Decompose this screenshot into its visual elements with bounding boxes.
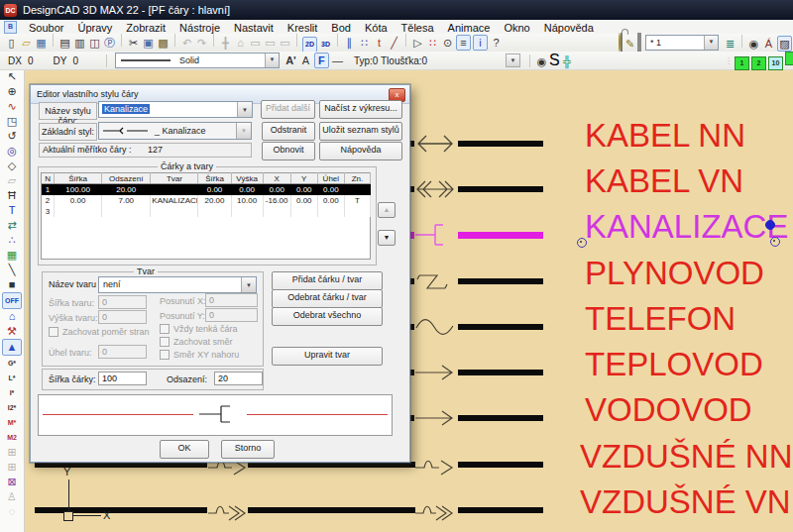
snap-m2-icon[interactable]: M2 bbox=[3, 430, 21, 445]
gravity-points-icon[interactable]: ∷ bbox=[426, 36, 439, 50]
new-file-icon[interactable]: ▯ bbox=[5, 36, 18, 50]
thin-line-checkbox[interactable]: Vždy tenká čára bbox=[160, 324, 238, 334]
chevron-down-icon[interactable]: ▼ bbox=[704, 36, 718, 50]
snap-l-icon[interactable]: L* bbox=[3, 371, 21, 385]
help-button[interactable]: Nápověda bbox=[319, 142, 402, 160]
pencil-icon[interactable]: ✎ bbox=[623, 37, 636, 51]
canvas-label[interactable]: PLYNOVOD bbox=[585, 255, 764, 292]
tangent-icon[interactable]: t bbox=[373, 36, 386, 50]
menu-napoveda[interactable]: Nápověda bbox=[537, 21, 601, 35]
redo-icon[interactable]: ↷ bbox=[195, 36, 208, 50]
offset-field[interactable]: 20 bbox=[214, 372, 263, 385]
window-icon-3[interactable]: ▭ bbox=[279, 36, 291, 50]
paste-special-icon[interactable]: ▨ bbox=[777, 36, 792, 52]
layer-button-edge[interactable] bbox=[785, 52, 793, 65]
dimension-icon[interactable]: Ħ bbox=[3, 188, 21, 203]
scroll-down-button[interactable]: ▼ bbox=[378, 230, 396, 246]
offset-x-field[interactable]: 0 bbox=[205, 293, 258, 307]
dash-width-field[interactable]: 100 bbox=[98, 372, 147, 385]
font-decrease-button[interactable]: A bbox=[299, 53, 312, 67]
curve-icon[interactable]: ∿ bbox=[3, 99, 21, 114]
restore-button[interactable]: Obnovit bbox=[262, 142, 315, 160]
cut-icon[interactable]: ✂ bbox=[127, 36, 140, 50]
box-3d-icon[interactable]: ◳ bbox=[3, 114, 21, 129]
font-increase-button[interactable]: A' bbox=[284, 53, 297, 67]
mode-3d-button[interactable]: 3D bbox=[319, 38, 332, 52]
snap-triangle-icon[interactable]: ▲ bbox=[2, 339, 22, 356]
add-next-button[interactable]: Přidat další bbox=[261, 100, 315, 119]
ortho-points-icon[interactable]: ∷ bbox=[358, 36, 371, 50]
save-style-list-button[interactable]: Uložit seznam stylů bbox=[319, 122, 402, 141]
canvas-label[interactable]: KABEL NN bbox=[585, 117, 745, 155]
canvas-label[interactable]: KABEL VN bbox=[585, 162, 743, 200]
text-tool-icon[interactable]: T bbox=[3, 203, 21, 218]
remove-button[interactable]: Odstranit bbox=[262, 122, 315, 141]
scroll-up-button[interactable]: ▲ bbox=[378, 202, 396, 218]
dashed-circle-icon[interactable]: ◌ bbox=[3, 504, 21, 519]
snap-i2-icon[interactable]: I2* bbox=[3, 400, 21, 415]
grid-icon-2[interactable]: ⊞ bbox=[3, 460, 21, 475]
grid-icon-1[interactable]: ⊞ bbox=[3, 445, 21, 460]
snap-m-icon[interactable]: M* bbox=[3, 415, 21, 430]
zoom-level-combo[interactable]: * 1 ▼ bbox=[645, 35, 719, 51]
rotate-icon[interactable]: ↺ bbox=[3, 129, 21, 144]
canvas-label[interactable]: VODOVOD bbox=[585, 391, 752, 429]
select-arrow-icon[interactable]: ↖ bbox=[3, 69, 21, 84]
print-icon[interactable]: ▤ bbox=[58, 36, 71, 50]
remove-dash-shape-button[interactable]: Odebrat čárku / tvar bbox=[272, 289, 383, 308]
keep-direction-checkbox[interactable]: Zachovat směr bbox=[160, 337, 233, 347]
double-arrow-icon[interactable]: ⇄ bbox=[3, 218, 21, 233]
circle-icon[interactable]: ◎ bbox=[3, 144, 21, 159]
font-button[interactable]: F bbox=[314, 53, 329, 68]
snap-g-icon[interactable]: G* bbox=[3, 356, 21, 371]
layers-icon[interactable]: ≣ bbox=[724, 37, 736, 51]
mdi-child-icon[interactable]: B bbox=[4, 21, 17, 34]
pan-hand-icon[interactable]: ╬ bbox=[561, 54, 574, 68]
line-style-combo[interactable]: Solid ▼ bbox=[115, 53, 280, 68]
zoom-icon[interactable]: ⊕ bbox=[3, 84, 21, 99]
grid-special-icon[interactable]: ⊠ bbox=[3, 475, 21, 489]
selection-handle[interactable] bbox=[577, 238, 587, 248]
figure-icon[interactable]: ♙ bbox=[3, 489, 21, 504]
shape-width-field[interactable]: 0 bbox=[98, 295, 147, 309]
move-icon[interactable]: ╋ bbox=[219, 36, 232, 50]
canvas-label[interactable]: TEPLOVOD bbox=[585, 346, 763, 383]
selection-handle[interactable] bbox=[765, 220, 775, 230]
snap-hammer-icon[interactable]: ⚒ bbox=[3, 324, 21, 339]
type-thickness-combo[interactable]: Typ:0 Tloušťka:0 ▼ bbox=[349, 53, 521, 68]
snap-i-icon[interactable]: I* bbox=[3, 385, 21, 400]
polygon-icon[interactable]: ◇ bbox=[3, 159, 21, 173]
canvas-label[interactable]: TELEFON bbox=[585, 300, 736, 338]
remove-all-button[interactable]: Odebrat všechno bbox=[272, 307, 383, 326]
cancel-button[interactable]: Storno bbox=[221, 440, 275, 459]
canvas-label[interactable]: VZDUŠNÉ VN bbox=[580, 483, 791, 521]
selection-filter-icon[interactable]: ≡ bbox=[456, 35, 471, 51]
print-setup-icon[interactable]: ▥ bbox=[73, 36, 86, 50]
window-icon-2[interactable]: ▭ bbox=[264, 36, 277, 50]
spline-s-icon[interactable]: S bbox=[549, 52, 560, 68]
style-name-combo[interactable]: Kanalizace ▼ bbox=[98, 101, 253, 118]
ok-button[interactable]: OK bbox=[160, 440, 209, 459]
shape-name-combo[interactable]: není ▼ bbox=[98, 276, 257, 293]
erase-icon[interactable]: ▱ bbox=[3, 173, 21, 188]
table-row[interactable]: 20.00 7.00KANALIZACE 20.0010.00 -16.000.… bbox=[42, 195, 371, 206]
chevron-down-icon[interactable]: ▼ bbox=[506, 53, 520, 67]
point-select-icon[interactable]: ⊙ bbox=[441, 36, 454, 50]
table-row[interactable]: 3 bbox=[42, 206, 371, 217]
shape-angle-field[interactable]: 0 bbox=[98, 345, 147, 359]
direction-xy-checkbox[interactable]: Směr XY nahoru bbox=[160, 350, 239, 360]
keep-ratio-checkbox[interactable]: Zachovat poměr stran bbox=[49, 327, 150, 337]
text-style-icon[interactable]: Á bbox=[762, 37, 775, 51]
dash-table[interactable]: NŠířka OdsazeníTvar ŠířkaVýška XY ÚhelZn… bbox=[41, 172, 371, 260]
shape-height-field[interactable]: 0 bbox=[98, 310, 147, 324]
offset-y-field[interactable]: 0 bbox=[205, 308, 258, 322]
page-options-icon[interactable]: Ⓟ bbox=[103, 36, 116, 50]
canvas-label[interactable]: VZDUŠNÉ NN bbox=[580, 438, 793, 476]
add-dash-shape-button[interactable]: Přidat čárku / tvar bbox=[272, 271, 383, 290]
save-icon[interactable]: ▦ bbox=[35, 36, 48, 50]
canvas-label-selected[interactable]: KANALIZACE bbox=[585, 208, 788, 246]
layer-button-2[interactable]: 2 bbox=[751, 56, 766, 70]
table-row[interactable]: 1100.00 20.00 0.000.00 0.000.00 0.00 bbox=[42, 184, 371, 196]
parallel-lines-icon[interactable]: ∥ bbox=[343, 36, 356, 50]
show-selection-icon-2[interactable]: ◉ bbox=[535, 54, 548, 68]
